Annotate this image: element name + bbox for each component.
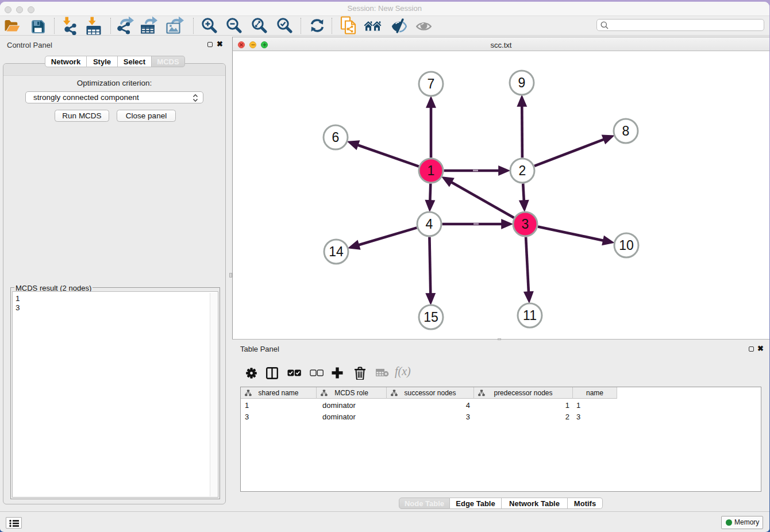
svg-text:2: 2 — [519, 163, 526, 178]
svg-text:14: 14 — [329, 244, 344, 259]
svg-text:15: 15 — [424, 310, 438, 325]
svg-text:6: 6 — [332, 130, 340, 145]
svg-text:1: 1 — [428, 163, 435, 178]
svg-text:11: 11 — [523, 308, 537, 323]
svg-text:8: 8 — [622, 124, 630, 138]
svg-text:4: 4 — [426, 217, 433, 232]
svg-text:7: 7 — [428, 76, 435, 91]
svg-text:10: 10 — [619, 238, 634, 253]
svg-text:3: 3 — [522, 217, 529, 232]
svg-text:9: 9 — [518, 75, 526, 90]
